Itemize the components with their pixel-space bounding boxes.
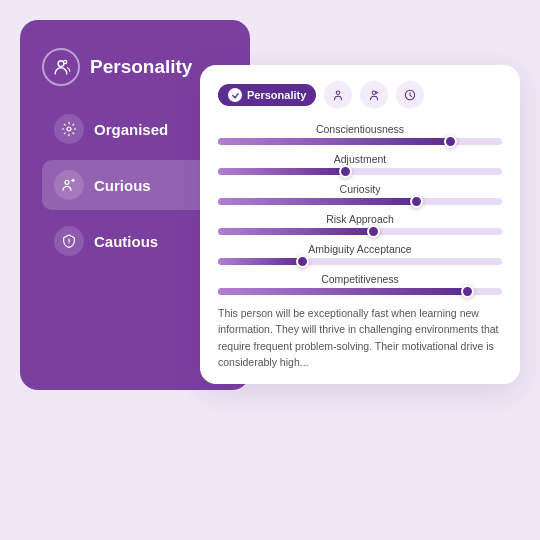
- svg-point-4: [337, 91, 341, 95]
- icon-btn-2[interactable]: [360, 81, 388, 109]
- bar-track-2: [218, 198, 502, 205]
- bar-dot-4: [296, 255, 309, 268]
- bar-dot-2: [410, 195, 423, 208]
- personality-badge: Personality: [218, 84, 316, 106]
- trait-name-3: Risk Approach: [218, 213, 502, 225]
- bar-fill-2: [218, 198, 417, 205]
- organised-icon: [54, 114, 84, 144]
- bar-fill-0: [218, 138, 451, 145]
- bar-fill-4: [218, 258, 303, 265]
- badge-check-icon: [228, 88, 242, 102]
- trait-name-4: Ambiguity Acceptance: [218, 243, 502, 255]
- svg-point-2: [67, 127, 71, 131]
- bar-fill-3: [218, 228, 374, 235]
- cautious-label: Cautious: [94, 233, 158, 250]
- bar-fill-5: [218, 288, 468, 295]
- bar-dot-0: [444, 135, 457, 148]
- organised-label: Organised: [94, 121, 168, 138]
- trait-row-1: Adjustment: [218, 153, 502, 175]
- trait-name-2: Curiosity: [218, 183, 502, 195]
- icon-btn-3[interactable]: [396, 81, 424, 109]
- svg-point-5: [373, 91, 377, 95]
- personality-header-icon: [42, 48, 80, 86]
- bar-dot-1: [339, 165, 352, 178]
- curious-label: Curious: [94, 177, 151, 194]
- cautious-icon: [54, 226, 84, 256]
- right-detail-card: Personality Conscientiousness: [200, 65, 520, 384]
- trait-bars-container: Conscientiousness Adjustment Curiosity R…: [218, 123, 502, 295]
- bar-track-1: [218, 168, 502, 175]
- badge-label: Personality: [247, 89, 306, 101]
- left-card-title: Personality: [90, 56, 192, 78]
- bar-track-5: [218, 288, 502, 295]
- svg-point-3: [65, 180, 69, 184]
- trait-row-2: Curiosity: [218, 183, 502, 205]
- bar-dot-5: [461, 285, 474, 298]
- bar-fill-1: [218, 168, 346, 175]
- trait-name-0: Conscientiousness: [218, 123, 502, 135]
- trait-row-4: Ambiguity Acceptance: [218, 243, 502, 265]
- trait-name-5: Competitiveness: [218, 273, 502, 285]
- icon-btn-1[interactable]: [324, 81, 352, 109]
- trait-row-5: Competitiveness: [218, 273, 502, 295]
- trait-row-3: Risk Approach: [218, 213, 502, 235]
- trait-name-1: Adjustment: [218, 153, 502, 165]
- description-text: This person will be exceptionally fast w…: [218, 305, 502, 370]
- bar-track-4: [218, 258, 502, 265]
- bar-track-3: [218, 228, 502, 235]
- trait-row-0: Conscientiousness: [218, 123, 502, 145]
- svg-point-1: [64, 60, 67, 63]
- right-card-header: Personality: [218, 81, 502, 109]
- curious-icon: [54, 170, 84, 200]
- bar-dot-3: [367, 225, 380, 238]
- bar-track-0: [218, 138, 502, 145]
